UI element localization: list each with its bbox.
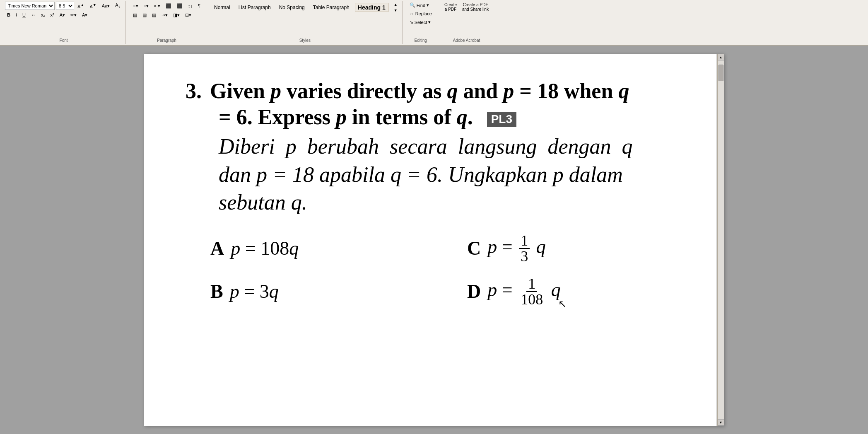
replace-icon: ↔ <box>410 11 414 16</box>
styles-group-label: Styles <box>299 38 311 43</box>
scroll-thumb[interactable] <box>719 65 723 81</box>
paragraph-group-label: Paragraph <box>157 38 176 43</box>
document-page: ▲ ▼ 3. Given p varies directly as q and … <box>144 54 724 426</box>
answer-d-numerator: 1 <box>526 276 537 292</box>
font-bg-button[interactable]: A▾ <box>80 11 89 19</box>
scroll-down-button[interactable]: ▼ <box>718 419 724 426</box>
subscript-button[interactable]: x₂ <box>39 11 47 19</box>
malay-line2: dan p = 18 apabila q = 6. Ungkapkan p da… <box>219 161 691 189</box>
highlight-button[interactable]: ✏▾ <box>68 11 79 19</box>
select-button[interactable]: ↘ Select ▾ <box>407 19 434 26</box>
styles-scroll: ▲ ▼ <box>393 2 399 13</box>
question-malay: Diberi p berubah secara langsung dengan … <box>219 133 691 217</box>
align-center-button[interactable]: ⬛ <box>175 2 185 10</box>
answer-c-fraction: 1 3 <box>519 233 530 264</box>
superscript-button[interactable]: x² <box>48 11 56 19</box>
underline-button[interactable]: U <box>20 11 28 19</box>
scroll-track <box>718 60 724 419</box>
font-bottom-row: B I U ↔ x₂ x² A▾ ✏▾ A▾ <box>5 11 89 19</box>
sort-button[interactable]: ↕↓ <box>186 2 195 10</box>
bold-button[interactable]: B <box>5 11 12 19</box>
answer-d-fraction: 1 108 <box>519 276 545 307</box>
answer-b-math: p = 3q <box>230 280 279 302</box>
question-en-line1: Given p varies directly as q and p = 18 … <box>210 79 629 103</box>
answer-a-letter: A <box>210 237 224 259</box>
italic-button[interactable]: I <box>14 11 19 19</box>
toolbar: Times New Roman 8.5 A▲ A▼ Aa▾ A↓ B I U ↔… <box>0 0 868 46</box>
malay-line3: sebutan q. <box>219 188 691 217</box>
page-right-border <box>716 54 717 426</box>
font-group: Times New Roman 8.5 A▲ A▼ Aa▾ A↓ B I U ↔… <box>2 1 126 44</box>
styles-row: Normal List Paragraph No Spacing Table P… <box>211 2 399 13</box>
shrink-font-button[interactable]: A▼ <box>87 2 98 10</box>
find-button[interactable]: 🔍 Find ▾ <box>407 2 434 9</box>
styles-scroll-up[interactable]: ▲ <box>393 2 399 7</box>
answer-a: A p = 108q <box>210 233 434 264</box>
style-list-paragraph-button[interactable]: List Paragraph <box>236 3 274 12</box>
acrobat-group: Create a PDF Create a PDF and Share link… <box>439 1 494 44</box>
question-header: 3. Given p varies directly as q and p = … <box>186 79 691 103</box>
indent-button[interactable]: ⇥▾ <box>159 11 170 19</box>
font-color-button[interactable]: A▾ <box>58 11 67 19</box>
paragraph-group: ≡▾ ≡▾ ⇤▾ ⬛ ⬛ ↕↓ ¶ ▤ ▤ ▤ ⇥▾ ◨▾ ⊞▾ Paragra… <box>128 1 206 44</box>
font-size-select[interactable]: 8.5 <box>56 2 74 10</box>
answer-b-letter: B <box>210 280 223 302</box>
answers-grid: A p = 108q C p = 1 3 q <box>210 233 691 307</box>
styles-group: Normal List Paragraph No Spacing Table P… <box>208 1 403 44</box>
aa-button[interactable]: Aa▾ <box>100 2 112 10</box>
align-right-button[interactable]: ▤ <box>140 11 149 19</box>
font-top-row: Times New Roman 8.5 A▲ A▼ Aa▾ A↓ <box>5 2 122 10</box>
strikethrough-button[interactable]: ↔ <box>29 11 38 19</box>
list-number-button[interactable]: ≡▾ <box>142 2 151 10</box>
borders-button[interactable]: ⊞▾ <box>183 11 193 19</box>
answer-d-math: p = 1 108 q <box>487 276 560 307</box>
font-name-select[interactable]: Times New Roman <box>5 2 55 10</box>
grow-font-button[interactable]: A▲ <box>75 2 86 10</box>
find-icon: 🔍 <box>410 2 415 8</box>
style-no-spacing-button[interactable]: No Spacing <box>276 3 308 12</box>
answer-c-math: p = 1 3 q <box>487 233 545 264</box>
scroll-bar: ▲ ▼ <box>717 54 724 426</box>
share-link-button[interactable]: Create a PDF and Share link <box>460 2 491 10</box>
answer-c-denominator: 3 <box>519 249 530 264</box>
shading-button[interactable]: ◨▾ <box>171 11 182 19</box>
answer-c-letter: C <box>467 237 481 259</box>
indent-decrease-button[interactable]: ⇤▾ <box>152 2 162 10</box>
editing-group-label: Editing <box>415 38 427 43</box>
answer-d-denominator: 108 <box>519 292 545 307</box>
answer-d: D p = 1 108 q <box>467 276 691 307</box>
create-pdf-button[interactable]: Create a PDF <box>442 2 459 10</box>
para-bottom-row: ▤ ▤ ▤ ⇥▾ ◨▾ ⊞▾ <box>131 11 193 19</box>
styles-scroll-down[interactable]: ▼ <box>393 7 399 13</box>
align-distribute-button[interactable]: ▤ <box>150 11 158 19</box>
editing-group: 🔍 Find ▾ ↔ Replace ↘ Select ▾ Editing <box>404 1 437 44</box>
question-en-line2: = 6. Express p in terms of q. PL3 <box>219 105 691 129</box>
style-table-paragraph-button[interactable]: Table Paragraph <box>310 3 352 12</box>
pilcrow-button[interactable]: ¶ <box>196 2 203 10</box>
para-top-row: ≡▾ ≡▾ ⇤▾ ⬛ ⬛ ↕↓ ¶ <box>131 2 203 10</box>
answer-d-letter: D <box>467 280 481 302</box>
replace-button[interactable]: ↔ Replace <box>407 10 434 17</box>
question-number: 3. <box>186 79 202 103</box>
acrobat-group-label: Adobe Acrobat <box>453 38 480 43</box>
document-content: 3. Given p varies directly as q and p = … <box>186 79 691 307</box>
align-justify-button[interactable]: ▤ <box>131 11 139 19</box>
pl3-badge: PL3 <box>487 112 516 127</box>
document-area: ▲ ▼ 3. Given p varies directly as q and … <box>0 46 868 434</box>
list-bullet-button[interactable]: ≡▾ <box>131 2 140 10</box>
select-icon: ↘ <box>410 19 413 25</box>
style-normal-button[interactable]: Normal <box>211 3 233 12</box>
font-group-label: Font <box>60 38 68 43</box>
clear-format-button[interactable]: A↓ <box>113 2 122 10</box>
scroll-up-button[interactable]: ▲ <box>718 54 724 60</box>
style-heading1-button[interactable]: Heading 1 <box>355 3 388 12</box>
answer-c-numerator: 1 <box>519 233 530 249</box>
malay-line1: Diberi p berubah secara langsung dengan … <box>219 133 691 161</box>
answer-b: B p = 3q <box>210 276 434 307</box>
answer-a-math: p = 108q <box>231 237 299 259</box>
answer-c: C p = 1 3 q <box>467 233 691 264</box>
acrobat-row: Create a PDF Create a PDF and Share link <box>442 2 491 10</box>
align-left-button[interactable]: ⬛ <box>164 2 174 10</box>
